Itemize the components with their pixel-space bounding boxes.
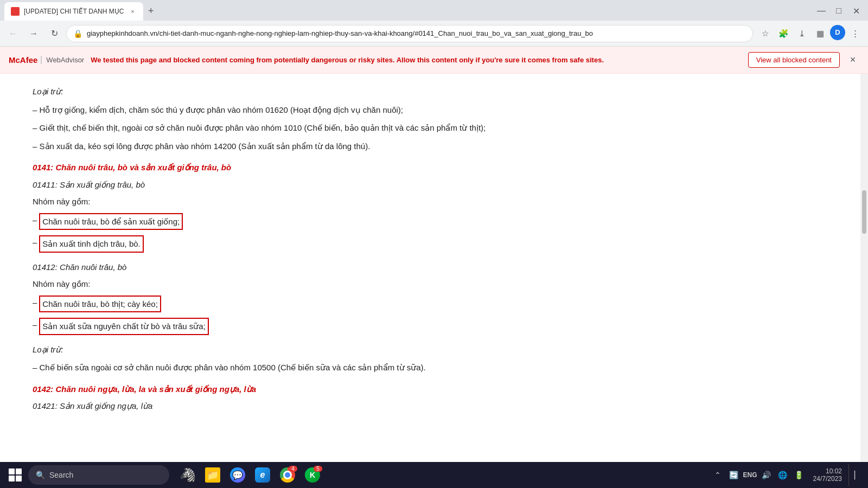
sub-heading-01412: 01412: Chăn nuôi trâu, bò: [33, 260, 828, 274]
tray-network-icon[interactable]: 🌐: [775, 467, 790, 483]
taskbar-search-icon: 🔍: [36, 471, 45, 479]
loai-tru-label-1: Loại trừ:: [33, 85, 828, 99]
profile-button[interactable]: D: [830, 25, 845, 40]
item-line-boxed1: – Chăn nuôi trâu, bò để sản xuất giống;: [33, 213, 828, 233]
page-content: Loại trừ: – Hỗ trợ giống, kiểm dịch, chă…: [0, 74, 868, 462]
toolbar-actions: ☆ 🧩 ⤓ ▦ D ⋮: [756, 25, 864, 42]
taskbar: 🔍 Search 🦓 📁 💬 e 4: [0, 462, 868, 488]
close-banner-button[interactable]: ×: [846, 54, 859, 67]
mcafee-warning-message: We tested this page and blocked content …: [91, 56, 742, 64]
tab-close-button[interactable]: ×: [128, 7, 137, 16]
url-text: giayphepkinhdoanh.vn/chi-tiet-danh-muc-n…: [87, 29, 746, 37]
scrollbar-track[interactable]: [860, 74, 868, 462]
forward-button[interactable]: →: [25, 25, 42, 42]
dash-1: –: [33, 213, 37, 227]
content-line-2: – Giết thịt, chế biến thịt, ngoài cơ sở …: [33, 121, 828, 135]
edge-icon: e: [255, 467, 270, 483]
loai-tru-label-2: Loại trừ:: [33, 343, 828, 357]
taskbar-pinned-apps: 🦓 📁 💬 e 4 K 5: [176, 463, 324, 487]
taskbar-app-kaspersky[interactable]: K 5: [301, 463, 324, 487]
kaspersky-badge: 5: [314, 466, 322, 472]
tray-keyboard-layout[interactable]: ENG: [743, 467, 758, 483]
tray-clock[interactable]: 10:02 24/7/2023: [809, 467, 846, 483]
tray-time: 10:02: [826, 467, 842, 475]
files-icon: 📁: [205, 467, 220, 483]
taskbar-app-chrome[interactable]: 4: [276, 463, 299, 487]
lock-icon: 🔒: [73, 29, 82, 38]
item-line-boxed4: – Sản xuất sữa nguyên chất từ bò và trâu…: [33, 318, 828, 337]
browser-extensions-button[interactable]: 🧩: [775, 25, 792, 42]
item-line-boxed3: – Chăn nuôi trâu, bò thịt; cày kéo;: [33, 296, 828, 315]
messenger-icon: 💬: [230, 467, 245, 483]
show-desktop-button[interactable]: ▏: [848, 464, 864, 486]
browser-sync-button[interactable]: ⤓: [793, 25, 810, 42]
content-line-4: – Chế biến sữa ngoài cơ sở chăn nuôi đượ…: [33, 361, 828, 375]
settings-button[interactable]: ⋮: [846, 25, 864, 42]
mcafee-brand-text: McAfee: [9, 55, 37, 65]
dash-3: –: [33, 296, 37, 310]
mcafee-banner: McAfee WebAdvisor We tested this page an…: [0, 47, 868, 74]
tray-icons: ⌃ 🔄 ENG 🔊 🌐 🔋: [710, 467, 807, 483]
new-tab-button[interactable]: +: [143, 3, 158, 18]
language-text: ENG: [743, 471, 757, 479]
content-line-3: – Sản xuất da, kéo sợi lông được phân và…: [33, 139, 828, 153]
minimize-button[interactable]: —: [814, 3, 829, 18]
nhom-nay-2: Nhóm này gồm:: [33, 277, 828, 291]
close-window-button[interactable]: ✕: [848, 3, 864, 18]
heading-0142: 0142: Chăn nuôi ngựa, lừa, la và sản xuấ…: [33, 382, 828, 396]
boxed-item-1: Chăn nuôi trâu, bò để sản xuất giống;: [39, 213, 183, 230]
taskbar-app-zebra[interactable]: 🦓: [176, 463, 200, 487]
toolbar: ← → ↻ 🔒 giayphepkinhdoanh.vn/chi-tiet-da…: [0, 21, 868, 47]
chrome-badge: 4: [289, 466, 297, 472]
tab-bar: [UPDATED] CHI TIẾT DANH MỤC × + — □ ✕: [0, 0, 868, 21]
system-tray: ⌃ 🔄 ENG 🔊 🌐 🔋 10:02 24/7/2023 ▏: [710, 464, 864, 486]
content-area: Loại trừ: – Hỗ trợ giống, kiểm dịch, chă…: [0, 74, 860, 462]
view-blocked-content-button[interactable]: View all blocked content: [748, 52, 840, 68]
tab-title: [UPDATED] CHI TIẾT DANH MỤC: [24, 8, 124, 15]
scrollbar-thumb[interactable]: [862, 190, 866, 234]
tray-expand-icon[interactable]: ⌃: [710, 467, 725, 483]
maximize-button[interactable]: □: [831, 3, 846, 18]
tray-sync-icon[interactable]: 🔄: [726, 467, 742, 483]
nhom-nay-1: Nhóm này gồm:: [33, 195, 828, 209]
bookmark-star-button[interactable]: ☆: [756, 25, 774, 42]
zebra-icon: 🦓: [180, 467, 196, 483]
mcafee-webadvisor-text: WebAdvisor: [41, 56, 84, 64]
boxed-item-2: Sản xuất tinh dịch trâu, bò.: [39, 235, 143, 253]
tab-controls: — □ ✕: [814, 3, 864, 18]
svg-rect-0: [12, 9, 18, 14]
taskbar-app-files[interactable]: 📁: [201, 463, 225, 487]
taskbar-app-messenger[interactable]: 💬: [226, 463, 250, 487]
sub-heading-01421: 01421: Sản xuất giống ngựa, lừa: [33, 399, 828, 413]
sub-heading-01411: 01411: Sản xuất giống trâu, bò: [33, 178, 828, 192]
dash-2: –: [33, 235, 37, 249]
back-button[interactable]: ←: [4, 25, 22, 42]
windows-logo-icon: [9, 468, 22, 481]
browser-frame: [UPDATED] CHI TIẾT DANH MỤC × + — □ ✕ ← …: [0, 0, 868, 488]
start-button[interactable]: [4, 464, 26, 486]
dash-4: –: [33, 318, 37, 332]
boxed-item-4: Sản xuất sữa nguyên chất từ bò và trâu s…: [39, 318, 208, 335]
mcafee-message-bold: We tested this page and blocked content …: [91, 56, 604, 64]
address-bar[interactable]: 🔒 giayphepkinhdoanh.vn/chi-tiet-danh-muc…: [66, 25, 753, 42]
taskbar-app-edge[interactable]: e: [251, 463, 275, 487]
tray-battery-icon[interactable]: 🔋: [792, 467, 807, 483]
taskbar-search-text: Search: [49, 471, 73, 479]
taskbar-search-box[interactable]: 🔍 Search: [28, 465, 169, 485]
boxed-item-3: Chăn nuôi trâu, bò thịt; cày kéo;: [39, 296, 161, 313]
mcafee-logo: McAfee WebAdvisor: [9, 55, 84, 65]
tray-date: 24/7/2023: [813, 475, 842, 483]
tray-volume-icon[interactable]: 🔊: [759, 467, 774, 483]
content-line-1: – Hỗ trợ giống, kiểm dịch, chăm sóc thú …: [33, 103, 828, 117]
tab-favicon: [11, 7, 20, 16]
heading-0141: 0141: Chăn nuôi trâu, bò và sản xuất giố…: [33, 160, 828, 175]
sidebar-button[interactable]: ▦: [812, 25, 829, 42]
item-line-boxed2: – Sản xuất tinh dịch trâu, bò.: [33, 235, 828, 255]
refresh-button[interactable]: ↻: [46, 25, 63, 42]
browser-tab[interactable]: [UPDATED] CHI TIẾT DANH MỤC ×: [4, 2, 143, 21]
